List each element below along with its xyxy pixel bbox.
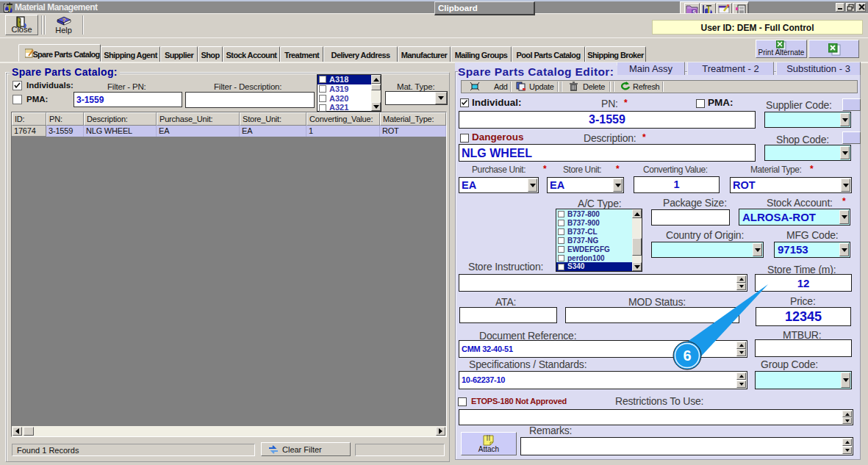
svg-text:6: 6 <box>683 347 691 364</box>
svg-text:?: ? <box>62 17 66 24</box>
